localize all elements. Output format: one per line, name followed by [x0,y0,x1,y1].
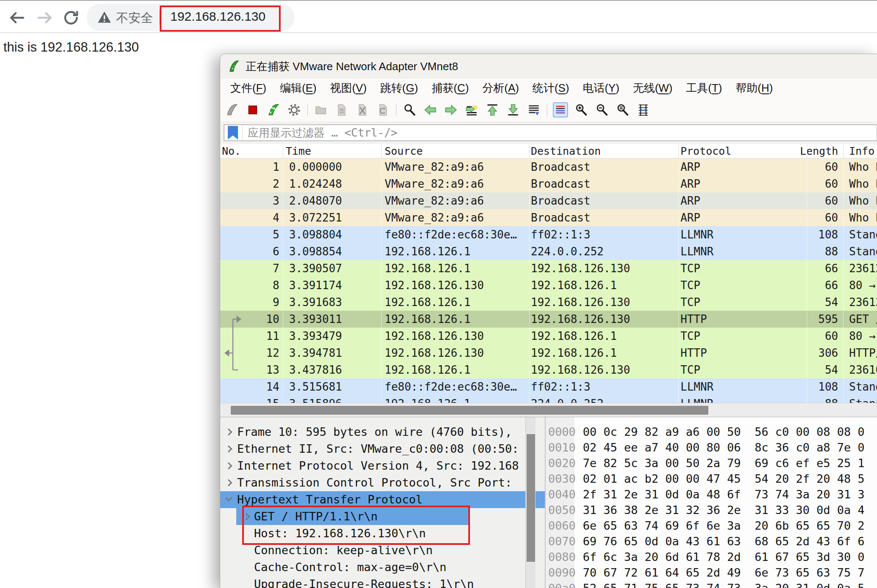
reload-icon[interactable] [62,8,80,27]
col-info[interactable]: Info [849,145,874,157]
menu-bar: 文件(F)编辑(E)视图(V)跳转(G)捕获(C)分析(A)统计(S)电话(Y)… [220,79,877,98]
cell-time: 2.048070 [289,192,382,209]
reload-file-icon[interactable] [375,102,391,118]
display-filter-input[interactable]: 应用显示过滤器 … <Ctrl-/> [224,124,877,141]
address-bar[interactable]: 不安全 192.168.126.130 [87,4,295,31]
menu-item-3[interactable]: 跳转(G) [374,81,425,96]
back-icon[interactable] [8,8,26,27]
detail-line-6[interactable]: Host: 192.168.126.130\r\n [220,525,546,542]
packet-row-13[interactable]: 133.437816192.168.126.1192.168.126.130TC… [220,361,877,378]
detail-line-8[interactable]: Cache-Control: max-age=0\r\n [220,559,546,576]
capture-start-icon[interactable] [224,102,240,118]
menu-item-10[interactable]: 帮助(H) [729,81,780,96]
horizontal-scrollbar-thumb[interactable] [231,406,708,415]
col-destination[interactable]: Destination [531,145,601,157]
expand-icon[interactable] [225,462,232,470]
hex-row-0090[interactable]: 009070 67 72 61 64 65 2d 49 6e 73 65 63 … [546,565,877,580]
expand-icon[interactable] [243,513,250,520]
hex-row-0010[interactable]: 001002 45 ee a7 40 00 80 06 8c 36 c0 a8 … [546,440,877,455]
menu-item-9[interactable]: 工具(T) [679,81,729,96]
save-file-icon[interactable] [334,102,349,118]
detail-line-9[interactable]: Upgrade-Insecure-Requests: 1\r\n [220,576,546,588]
packet-row-8[interactable]: 83.391174192.168.126.130192.168.126.1TCP… [220,277,877,294]
find-packet-icon[interactable] [402,102,417,118]
detail-line-1[interactable]: Ethernet II, Src: VMware_c0:00:08 (00:50… [220,440,546,457]
hex-row-00a0[interactable]: 00a052 65 71 75 65 73 74 73 3a 20 31 0d … [546,580,877,588]
menu-item-5[interactable]: 分析(A) [475,81,526,96]
packet-row-7[interactable]: 73.390507192.168.126.1192.168.126.130TCP… [220,260,877,277]
packet-row-9[interactable]: 93.391683192.168.126.1192.168.126.130TCP… [220,294,877,311]
zoom-original-icon[interactable] [615,102,630,118]
packet-row-4[interactable]: 43.072251VMware_82:a9:a6BroadcastARP60Wh… [220,209,877,226]
auto-scroll-icon[interactable] [526,102,541,118]
menu-item-1[interactable]: 编辑(E) [273,81,323,96]
open-file-icon[interactable] [313,102,328,118]
menu-item-0[interactable]: 文件(F) [224,81,273,96]
forward-icon[interactable] [36,8,54,27]
col-time[interactable]: Time [286,145,311,157]
filter-placeholder: 应用显示过滤器 … <Ctrl-/> [248,126,397,140]
hex-row-0020[interactable]: 00207e 82 5c 3a 00 50 2a 79 69 c6 ef e5 … [546,455,877,471]
close-file-icon[interactable] [355,102,370,118]
filter-bookmark-icon[interactable] [228,126,238,139]
detail-text: Upgrade-Insecure-Requests: 1\r\n [254,576,474,588]
capture-stop-icon[interactable] [245,102,260,118]
cell-no: 15 [220,395,279,403]
details-scrollbar[interactable] [525,417,535,588]
capture-options-icon[interactable] [287,102,302,118]
expand-icon[interactable] [225,429,232,436]
packet-row-11[interactable]: 113.393479192.168.126.130192.168.126.1TC… [220,328,877,345]
packet-row-12[interactable]: 123.394781192.168.126.130192.168.126.1HT… [220,345,877,361]
zoom-in-icon[interactable] [574,102,589,118]
go-to-packet-icon[interactable] [464,102,479,118]
hex-row-0000[interactable]: 000000 0c 29 82 a9 a6 00 50 56 c0 00 08 … [546,424,877,440]
packet-row-3[interactable]: 32.048070VMware_82:a9:a6BroadcastARP60Wh… [220,192,877,209]
detail-line-2[interactable]: Internet Protocol Version 4, Src: 192.16… [220,457,546,474]
collapse-icon[interactable] [225,495,232,502]
packet-row-14[interactable]: 143.515681fe80::f2de:ec68:30e…ff02::1:3L… [220,378,877,395]
menu-item-2[interactable]: 视图(V) [323,81,374,96]
hex-offset: 0030 [548,471,576,487]
packet-row-15[interactable]: 153.515896192.168.126.1224.0.0.252LLMNR8… [220,395,877,403]
menu-item-6[interactable]: 统计(S) [526,81,576,96]
detail-line-7[interactable]: Connection: keep-alive\r\n [220,542,546,559]
detail-line-0[interactable]: Frame 10: 595 bytes on wire (4760 bits), [220,424,546,440]
packet-row-2[interactable]: 21.024248VMware_82:a9:a6BroadcastARP60Wh… [220,175,877,192]
packet-row-6[interactable]: 63.098854192.168.126.1224.0.0.252LLMNR88… [220,243,877,260]
hex-row-0040[interactable]: 00402f 31 2e 31 0d 0a 48 6f 73 74 3a 20 … [546,487,877,502]
menu-item-7[interactable]: 电话(Y) [576,81,626,96]
expand-icon[interactable] [225,479,232,487]
go-forward-icon[interactable] [443,102,459,118]
hex-row-0050[interactable]: 005031 36 38 2e 31 32 36 2e 31 33 30 0d … [546,502,877,518]
cell-dst: 224.0.0.252 [531,395,679,403]
url-text[interactable]: 192.168.126.130 [170,9,265,24]
horizontal-scrollbar[interactable] [220,403,877,417]
packet-row-1[interactable]: 10.000000VMware_82:a9:a6BroadcastARP60Wh… [220,159,877,175]
hex-row-0030[interactable]: 003002 01 ac b2 00 00 47 45 54 20 2f 20 … [546,471,877,487]
expand-icon[interactable] [225,446,232,453]
hex-row-0070[interactable]: 007069 76 65 0d 0a 43 61 63 68 65 2d 43 … [546,533,877,549]
detail-line-4[interactable]: Hypertext Transfer Protocol [220,491,546,508]
packet-row-5[interactable]: 53.098804fe80::f2de:ec68:30e…ff02::1:3LL… [220,226,877,243]
menu-item-4[interactable]: 捕获(C) [425,81,475,96]
zoom-out-icon[interactable] [594,102,609,118]
detail-line-3[interactable]: Transmission Control Protocol, Src Port: [220,474,546,491]
cell-no: 4 [220,209,279,226]
col-protocol[interactable]: Protocol [680,145,731,157]
menu-item-8[interactable]: 无线(W) [626,81,679,96]
col-source[interactable]: Source [385,145,423,157]
wireshark-titlebar[interactable]: 正在捕获 VMware Network Adapter VMnet8 [220,54,877,79]
go-back-icon[interactable] [423,102,438,118]
colorize-icon[interactable] [553,102,568,118]
resize-columns-icon[interactable] [636,102,651,118]
packet-row-10[interactable]: 103.393011192.168.126.1192.168.126.130HT… [220,311,877,328]
hex-row-0080[interactable]: 00806f 6c 3a 20 6d 61 78 2d 61 67 65 3d … [546,549,877,565]
go-top-icon[interactable] [485,102,500,118]
detail-line-5[interactable]: GET / HTTP/1.1\r\n [220,508,546,525]
hex-row-0060[interactable]: 00606e 65 63 74 69 6f 6e 3a 20 6b 65 65 … [546,518,877,533]
col-no[interactable]: No. [222,145,241,157]
col-length[interactable]: Length [782,145,838,157]
capture-restart-icon[interactable] [266,102,281,118]
go-bottom-icon[interactable] [505,102,521,118]
details-scrollbar-thumb[interactable] [527,434,535,562]
